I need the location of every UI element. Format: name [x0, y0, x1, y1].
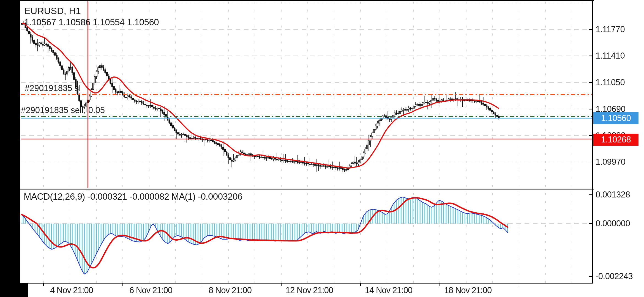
macd-axis-label: 0.001328: [596, 190, 630, 200]
macd-axis-label: -0.002243: [596, 271, 633, 281]
macd-axis-label: 0.000000: [596, 219, 630, 229]
top-border-line: [0, 0, 594, 1]
time-axis-label: 6 Nov 21:00: [129, 285, 172, 295]
sell-order-line[interactable]: [21, 116, 593, 117]
current-price-badge: 1.10560: [593, 112, 638, 124]
sell-order-label[interactable]: #290191835 sell, 0.05: [21, 105, 105, 115]
chart-canvas[interactable]: [0, 0, 644, 297]
stop-loss-line[interactable]: [21, 94, 593, 95]
alert-price-value: 1.10268: [601, 135, 631, 145]
bottom-axis-line: [20, 283, 593, 284]
time-axis-label: 12 Nov 21:00: [286, 285, 333, 295]
pane-separator[interactable]: [0, 188, 594, 190]
price-axis-label: 1.11410: [596, 51, 625, 61]
time-axis-label: 4 Nov 21:00: [50, 285, 93, 295]
left-margin-strip: [0, 0, 20, 284]
alert-price-badge: 1.10268: [593, 134, 638, 146]
price-axis-label: 1.09970: [596, 157, 626, 167]
price-axis-label: 1.11050: [596, 78, 625, 87]
time-axis-label: 8 Nov 21:00: [209, 285, 252, 295]
bottom-left-corner-block: [0, 284, 28, 297]
stop-loss-order-label[interactable]: #290191835 sl: [25, 83, 81, 93]
time-axis-label: 14 Nov 21:00: [365, 285, 412, 295]
time-axis-label: 18 Nov 21:00: [444, 285, 492, 295]
trading-chart-app: EURUSD, H1 1.10567 1.10586 1.10554 1.105…: [0, 0, 644, 297]
current-price-value: 1.10560: [601, 113, 631, 123]
symbol-timeframe-label: EURUSD, H1: [24, 6, 81, 16]
price-axis-label: 1.11770: [596, 24, 625, 34]
ohlc-readout-label: 1.10567 1.10586 1.10554 1.10560: [24, 17, 159, 28]
current-price-line: [21, 118, 593, 119]
macd-indicator-label: MACD(12,26,9) -0.000321 -0.000082 MA(1) …: [24, 191, 242, 202]
right-axis-line: [592, 0, 593, 284]
crosshair-vertical-line[interactable]: [88, 1, 88, 190]
alert-price-line[interactable]: [21, 139, 593, 139]
